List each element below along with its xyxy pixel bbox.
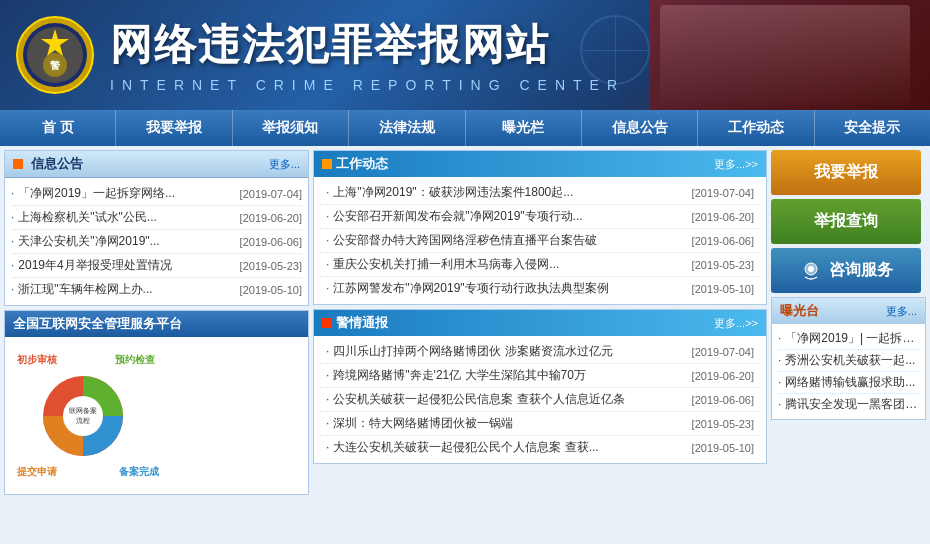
globe-decoration	[580, 15, 650, 85]
platform-content: 预约检查 初步审核 联网备案 流程 提交申请 备案完成	[13, 343, 300, 488]
exposure-panel: 曝光台 更多... ·「净网2019」| 一起拆穿 网 ... ·秀洲公安机关破…	[771, 297, 926, 420]
info-more-link[interactable]: 更多...	[269, 157, 300, 172]
alert-panel: 警情通报 更多...>> ·四川乐山打掉两个网络赌博团伙 涉案赌资流水过亿元 […	[313, 309, 767, 464]
info-panel-title: 信息公告	[13, 155, 83, 173]
svg-point-7	[63, 396, 103, 436]
platform-panel: 全国互联网安全管理服务平台 预约检查 初步审核 联网备案 流程	[4, 310, 309, 495]
nav-guide[interactable]: 举报须知	[233, 110, 349, 146]
work-more-link[interactable]: 更多...>>	[714, 157, 758, 172]
list-item: ·上海检察机关"试水"公民... [2019-06-20]	[11, 206, 302, 230]
work-panel-title: 工作动态	[322, 155, 388, 173]
work-icon	[322, 159, 332, 169]
list-item: ·大连公安机关破获一起侵犯公民个人信息案 查获... [2019-05-10]	[320, 436, 760, 459]
nav-announce[interactable]: 信息公告	[582, 110, 698, 146]
nav-report[interactable]: 我要举报	[116, 110, 232, 146]
work-panel: 工作动态 更多...>> ·上海"净网2019"：破获涉网违法案件1800起..…	[313, 150, 767, 305]
list-item: ·四川乐山打掉两个网络赌博团伙 涉案赌资流水过亿元 [2019-07-04]	[320, 340, 760, 364]
soldiers-overlay	[660, 5, 910, 105]
nav-safety[interactable]: 安全提示	[815, 110, 930, 146]
nav-dynamics[interactable]: 工作动态	[698, 110, 814, 146]
header: 警 网络违法犯罪举报网站 INTERNET CRIME REPORTING CE…	[0, 0, 930, 110]
list-item: ·腾讯安全发现一黑客团伙...	[778, 394, 919, 415]
svg-text:联网备案: 联网备案	[69, 406, 97, 414]
info-panel-header: 信息公告 更多...	[5, 151, 308, 178]
info-list: ·「净网2019」一起拆穿网络... [2019-07-04] ·上海检察机关"…	[5, 178, 308, 305]
right-column: 我要举报 举报查询 咨询服务 曝光台 更多... ·「净网2019」| 一起拆穿…	[771, 150, 926, 495]
left-column: 信息公告 更多... ·「净网2019」一起拆穿网络... [2019-07-0…	[4, 150, 309, 495]
list-item: ·公安部督办特大跨国网络淫秽色情直播平台案告破 [2019-06-06]	[320, 229, 760, 253]
exposure-header: 曝光台 更多...	[772, 298, 925, 324]
report-button[interactable]: 我要举报	[771, 150, 921, 195]
main-content: 信息公告 更多... ·「净网2019」一起拆穿网络... [2019-07-0…	[0, 146, 930, 499]
svg-text:警: 警	[50, 60, 61, 71]
nav-law[interactable]: 法律法规	[349, 110, 465, 146]
alert-list: ·四川乐山打掉两个网络赌博团伙 涉案赌资流水过亿元 [2019-07-04] ·…	[314, 336, 766, 463]
exposure-title: 曝光台	[780, 302, 819, 320]
svg-point-11	[808, 266, 814, 272]
list-item: ·浙江现"车辆年检网上办... [2019-05-10]	[11, 278, 302, 301]
alert-panel-title: 警情通报	[322, 314, 388, 332]
list-item: ·天津公安机关"净网2019"... [2019-06-06]	[11, 230, 302, 254]
navigation: 首 页 我要举报 举报须知 法律法规 曝光栏 信息公告 工作动态 安全提示	[0, 110, 930, 146]
work-list: ·上海"净网2019"：破获涉网违法案件1800起... [2019-07-04…	[314, 177, 766, 304]
consult-button[interactable]: 咨询服务	[771, 248, 921, 293]
label-tijiao: 提交申请	[17, 465, 57, 479]
nav-home[interactable]: 首 页	[0, 110, 116, 146]
query-button[interactable]: 举报查询	[771, 199, 921, 244]
alert-more-link[interactable]: 更多...>>	[714, 316, 758, 331]
svg-text:流程: 流程	[76, 417, 90, 424]
pie-svg: 联网备案 流程	[33, 366, 133, 466]
list-item: ·江苏网警发布"净网2019"专项行动行政执法典型案例 [2019-05-10]	[320, 277, 760, 300]
info-icon	[13, 159, 23, 169]
work-panel-header: 工作动态 更多...>>	[314, 151, 766, 177]
list-item: ·「净网2019」| 一起拆穿 网 ...	[778, 328, 919, 350]
alert-icon	[322, 318, 332, 328]
list-item: ·跨境网络赌博"奔走'21亿 大学生深陷其中输70万 [2019-06-20]	[320, 364, 760, 388]
list-item: ·公安部召开新闻发布会就"净网2019"专项行动... [2019-06-20]	[320, 205, 760, 229]
list-item: ·公安机关破获一起侵犯公民信息案 查获个人信息近亿条 [2019-06-06]	[320, 388, 760, 412]
list-item: ·秀洲公安机关破获一起...	[778, 350, 919, 372]
alert-panel-header: 警情通报 更多...>>	[314, 310, 766, 336]
list-item: ·「净网2019」一起拆穿网络... [2019-07-04]	[11, 182, 302, 206]
logo: 警	[10, 10, 100, 100]
label-beian: 备案完成	[119, 465, 159, 479]
list-item: ·深圳：特大网络赌博团伙被一锅端 [2019-05-23]	[320, 412, 760, 436]
list-item: ·网络赌博输钱赢报求助...	[778, 372, 919, 394]
exposure-list: ·「净网2019」| 一起拆穿 网 ... ·秀洲公安机关破获一起... ·网络…	[772, 324, 925, 419]
pie-chart-area: 预约检查 初步审核 联网备案 流程 提交申请 备案完成	[13, 351, 163, 481]
list-item: ·重庆公安机关打捕一利用木马病毒入侵网... [2019-05-23]	[320, 253, 760, 277]
platform-title: 全国互联网安全管理服务平台	[5, 311, 308, 337]
list-item: ·上海"净网2019"：破获涉网违法案件1800起... [2019-07-04…	[320, 181, 760, 205]
list-item: ·2019年4月举报受理处置情况 [2019-05-23]	[11, 254, 302, 278]
label-yuyue: 预约检查	[115, 353, 155, 367]
label-chushen: 初步审核	[17, 353, 57, 367]
info-panel: 信息公告 更多... ·「净网2019」一起拆穿网络... [2019-07-0…	[4, 150, 309, 306]
consult-icon	[799, 259, 823, 283]
mid-column: 工作动态 更多...>> ·上海"净网2019"：破获涉网违法案件1800起..…	[313, 150, 767, 495]
exposure-more-link[interactable]: 更多...	[886, 304, 917, 319]
nav-expose[interactable]: 曝光栏	[466, 110, 582, 146]
